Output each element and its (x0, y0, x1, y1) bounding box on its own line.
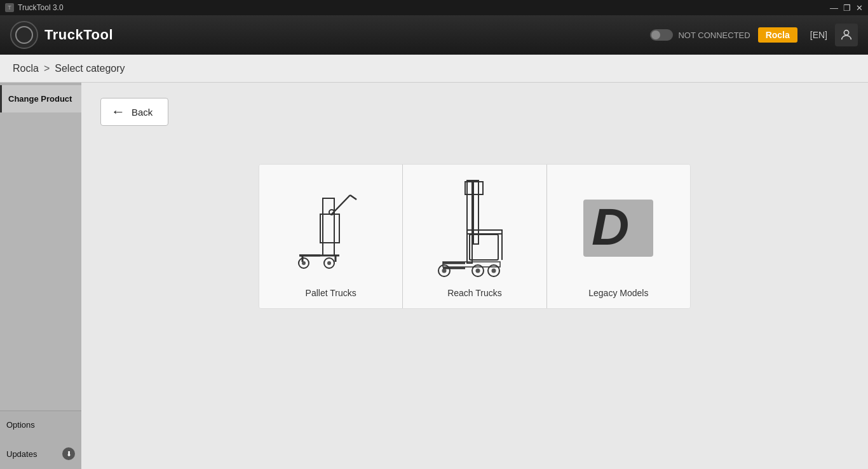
user-icon-button[interactable] (835, 24, 858, 46)
connection-toggle-icon (650, 29, 673, 41)
connection-status: NOT CONNECTED (650, 29, 750, 41)
back-button-label: Back (132, 107, 153, 118)
title-bar: T TruckTool 3.0 — ❐ ✕ (0, 0, 868, 15)
legacy-logo-svg: D (580, 196, 656, 260)
nav-bar: TruckTool NOT CONNECTED Rocla [EN] (0, 15, 868, 55)
svg-point-28 (475, 269, 480, 273)
svg-point-12 (327, 261, 331, 265)
category-item-reach-trucks[interactable]: Reach Trucks (403, 165, 546, 308)
window-title: TruckTool 3.0 (18, 3, 64, 12)
minimize-button[interactable]: — (830, 4, 838, 12)
breadcrumb-bar: Rocla > Select category (0, 55, 868, 83)
sidebar-item-options[interactable]: Options (0, 411, 81, 438)
sidebar-bottom: Options Updates ⬇ (0, 411, 81, 469)
update-badge-icon: ⬇ (66, 450, 72, 458)
connection-label: NOT CONNECTED (678, 31, 750, 40)
legacy-models-image: D (580, 177, 656, 279)
language-indicator[interactable]: [EN] (810, 30, 827, 40)
back-arrow-icon: ← (111, 105, 125, 119)
svg-point-0 (844, 31, 848, 35)
window-controls[interactable]: — ❐ ✕ (830, 4, 863, 12)
category-item-legacy-models[interactable]: D Legacy Models (547, 165, 690, 308)
reach-truck-svg (430, 174, 519, 282)
toggle-dot (651, 31, 660, 39)
pallet-truck-svg (290, 179, 372, 278)
breadcrumb-separator: > (44, 63, 50, 74)
sidebar: Change Product Options Updates ⬇ (0, 83, 81, 469)
svg-point-10 (302, 261, 306, 265)
svg-point-24 (442, 269, 446, 273)
legacy-models-label: Legacy Models (588, 288, 648, 298)
logo-area: TruckTool (10, 21, 113, 49)
reach-trucks-label: Reach Trucks (447, 288, 502, 298)
back-button[interactable]: ← Back (100, 98, 168, 126)
svg-line-4 (350, 195, 356, 200)
close-button[interactable]: ✕ (856, 4, 863, 12)
logo-circle (10, 21, 38, 49)
svg-text:D: D (592, 198, 629, 255)
maximize-button[interactable]: ❐ (843, 4, 851, 12)
svg-rect-1 (323, 198, 334, 255)
logo-inner (15, 26, 33, 44)
app-icon: T (5, 3, 14, 12)
sidebar-filler (0, 112, 81, 411)
title-bar-left: T TruckTool 3.0 (5, 3, 64, 12)
sidebar-item-change-product[interactable]: Change Product (0, 85, 81, 112)
content-area: ← Back (81, 83, 868, 469)
category-container: Pallet Trucks (259, 164, 691, 309)
app-title: TruckTool (44, 27, 113, 43)
update-badge: ⬇ (62, 447, 75, 460)
category-item-pallet-trucks[interactable]: Pallet Trucks (259, 165, 403, 308)
pallet-truck-image (290, 177, 372, 279)
pallet-trucks-label: Pallet Trucks (306, 288, 356, 298)
main-layout: Change Product Options Updates ⬇ ← Back (0, 83, 868, 469)
reach-truck-image (430, 177, 519, 279)
breadcrumb-current: Select category (55, 63, 125, 74)
brand-badge[interactable]: Rocla (758, 27, 797, 43)
breadcrumb-root[interactable]: Rocla (13, 63, 39, 74)
sidebar-item-updates[interactable]: Updates ⬇ (0, 438, 81, 469)
svg-point-26 (491, 269, 496, 273)
